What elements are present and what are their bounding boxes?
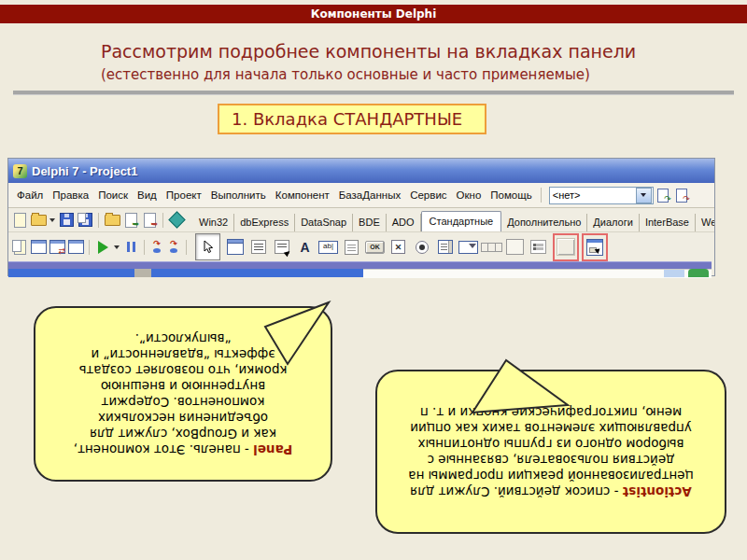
menu-database[interactable]: БазаДанных <box>334 189 405 201</box>
actionlist-highlight-box <box>582 233 608 261</box>
save-all-icon[interactable] <box>76 211 94 230</box>
help-icon[interactable] <box>167 211 186 230</box>
separator <box>186 240 187 255</box>
panel-term: Panel <box>253 442 292 457</box>
tab-dialogs[interactable]: Диалоги <box>587 214 640 231</box>
palette-listbox-icon[interactable] <box>433 234 457 259</box>
page-title: Рассмотрим подробнее компоненты на вклад… <box>101 41 636 62</box>
set-debug-desktop-icon[interactable]: ↷ <box>672 186 691 204</box>
window-fragment-form <box>363 269 712 278</box>
palette-button-icon[interactable]: OK <box>363 234 387 259</box>
menu-edit[interactable]: Правка <box>48 189 93 201</box>
open-dropdown-icon[interactable] <box>49 218 55 222</box>
run-button[interactable] <box>93 238 112 257</box>
add-file-icon[interactable]: ➥ <box>121 211 140 230</box>
palette-radiobutton-icon[interactable] <box>410 234 433 259</box>
trace-into-icon[interactable]: ↷ <box>148 241 165 253</box>
new-icon[interactable] <box>10 211 29 230</box>
new-form-icon[interactable] <box>66 238 85 257</box>
standard-toolbar: ➥ ➥ <box>8 211 188 230</box>
palette-label-icon[interactable]: A <box>293 234 317 259</box>
palette-edit-icon[interactable]: ab| <box>317 234 340 259</box>
cursor-arrow-icon <box>203 240 214 254</box>
run-dropdown-icon[interactable] <box>114 245 120 249</box>
menu-tools[interactable]: Сервис <box>405 189 451 201</box>
view-unit-icon[interactable] <box>10 238 29 257</box>
palette-combobox-icon[interactable] <box>457 234 480 259</box>
desktop-combo[interactable]: <нет> <box>549 187 654 204</box>
pause-button[interactable] <box>121 238 140 257</box>
tab-additional[interactable]: Дополнительно <box>501 214 587 231</box>
actionlist-term: Actiontist <box>623 484 692 499</box>
arrow-glyph: ↷ <box>664 195 671 203</box>
save-desktop-icon[interactable]: ↷ <box>654 186 672 204</box>
palette-mainmenu-icon[interactable] <box>247 234 270 259</box>
window-fragment-titlebar <box>8 269 363 277</box>
menu-glyph <box>251 240 266 254</box>
tab-dbexpress[interactable]: dbExpress <box>234 214 295 231</box>
menu-run[interactable]: Выполнить <box>206 189 271 201</box>
palette-actionlist-icon[interactable] <box>584 234 606 259</box>
tab-bde[interactable]: BDE <box>353 214 387 231</box>
palette-tab-strip: Win32 dbExpress DataSnap BDE ADO Стандар… <box>193 208 714 231</box>
page-glyph <box>78 213 86 223</box>
palette-frames-icon[interactable] <box>223 234 247 259</box>
palette-popupmenu-icon[interactable] <box>270 234 293 259</box>
palette-scrollbar-icon[interactable] <box>480 234 503 259</box>
view-form-icon[interactable] <box>29 238 48 257</box>
section-label: 1. Вкладка СТАНДАРТНЫЕ <box>232 109 462 129</box>
menu-file[interactable]: Файл <box>12 189 48 201</box>
menu-project[interactable]: Проект <box>162 189 206 201</box>
menu-help[interactable]: Помощь <box>486 189 536 201</box>
folder-glyph <box>31 215 47 226</box>
open-icon[interactable] <box>29 211 48 230</box>
separator <box>144 240 145 255</box>
window-fragment-green <box>688 269 709 277</box>
combo-dropdown-button[interactable] <box>636 188 652 203</box>
tab-datasnap[interactable]: DataSnap <box>295 214 353 231</box>
tab-ado[interactable]: ADO <box>387 214 421 231</box>
palette-checkbox-icon[interactable]: ✕ <box>387 234 410 259</box>
open-project-icon[interactable] <box>103 211 121 230</box>
ide-menu-bar: Файл Правка Поиск Вид Проект Выполнить К… <box>8 183 714 208</box>
window-glyph <box>68 240 84 254</box>
slide-title-bar: Компоненты Delphi <box>0 5 747 23</box>
menu-window[interactable]: Окно <box>452 189 486 201</box>
diamond-glyph <box>168 211 185 228</box>
ide-title-bar: 7 Delphi 7 - Project1 <box>8 159 714 183</box>
toggle-form-unit-icon[interactable]: ⇄ <box>48 238 66 257</box>
window-fragment-block <box>134 269 151 277</box>
palette-panel-icon[interactable] <box>555 234 577 259</box>
pause-bar <box>133 242 135 252</box>
palette-memo-icon[interactable] <box>340 234 363 259</box>
chevron-down-icon <box>641 193 646 197</box>
tab-standard[interactable]: Стандартные <box>421 211 502 231</box>
page-glyph <box>14 213 26 228</box>
menu-view[interactable]: Вид <box>133 189 162 201</box>
remove-file-icon[interactable]: ➥ <box>140 211 159 230</box>
slide: Компоненты Delphi Рассмотрим подробнее к… <box>0 0 747 560</box>
tab-win32[interactable]: Win32 <box>193 214 234 231</box>
panel-highlight-box <box>553 233 579 261</box>
window-fragment-lightblue <box>664 270 684 277</box>
arrow-glyph: ➥ <box>150 220 158 229</box>
palette-radiogroup-icon[interactable] <box>527 234 550 259</box>
step-over-icon[interactable]: ↷ <box>165 241 182 253</box>
panel-callout-tail <box>260 297 345 370</box>
tab-webservices[interactable]: WebS <box>696 214 714 231</box>
arc-arrow-glyph: ↷ <box>170 241 177 247</box>
palette-groupbox-icon[interactable] <box>503 234 527 259</box>
radiogroup-glyph <box>530 240 546 254</box>
groupbox-glyph <box>506 239 524 255</box>
actionlist-callout-tail <box>465 357 577 416</box>
menu-component[interactable]: Компонент <box>271 189 334 201</box>
section-label-box: 1. Вкладка СТАНДАРТНЫЕ <box>218 104 486 134</box>
palette-cursor-button[interactable] <box>195 233 220 260</box>
slide-title: Компоненты Delphi <box>311 7 437 21</box>
actionlist-callout-text: Actiontist - список действий. Служит для… <box>403 404 698 499</box>
menu-search[interactable]: Поиск <box>93 189 133 201</box>
page-glyph <box>12 240 21 252</box>
save-icon[interactable] <box>57 211 76 230</box>
tab-interbase[interactable]: InterBase <box>640 214 696 231</box>
frames-glyph <box>227 239 244 255</box>
